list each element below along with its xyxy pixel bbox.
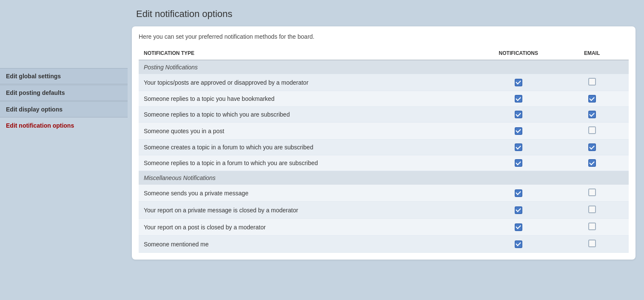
checkbox-email-approved-disapproved[interactable] xyxy=(588,78,596,86)
checkbox-notifications-mentioned[interactable] xyxy=(515,240,522,248)
checkbox-email-quoted[interactable] xyxy=(588,126,596,134)
col-email-quoted xyxy=(555,123,629,140)
row-label-bookmarked-reply: Someone replies to a topic you have book… xyxy=(139,91,482,107)
page-description: Here you can set your preferred notifica… xyxy=(139,33,629,40)
table-row: Someone mentioned me xyxy=(139,236,629,253)
row-label-approved-disapproved: Your topics/posts are approved or disapp… xyxy=(139,74,482,91)
sidebar: Edit global settings Edit posting defaul… xyxy=(0,0,128,300)
table-row: Your report on a private message is clos… xyxy=(139,202,629,219)
checkbox-email-subscribed-forum-new-topic[interactable] xyxy=(588,143,596,151)
col-email-bookmarked-reply xyxy=(555,91,629,107)
col-email-approved-disapproved xyxy=(555,74,629,91)
checkbox-notifications-subscribed-forum-reply[interactable] xyxy=(515,159,522,167)
table-row: Someone sends you a private message xyxy=(139,185,629,202)
checkbox-email-subscribed-forum-reply[interactable] xyxy=(588,159,596,167)
checkbox-notifications-approved-disapproved[interactable] xyxy=(515,79,522,86)
row-label-subscribed-topic-reply: Someone replies to a topic to which you … xyxy=(139,107,482,123)
section-header-miscellaneous-notifications: Miscellaneous Notifications xyxy=(139,171,629,185)
checkbox-email-bookmarked-reply[interactable] xyxy=(588,95,596,103)
checkbox-email-subscribed-topic-reply[interactable] xyxy=(588,111,596,118)
section-header-posting-notifications: Posting Notifications xyxy=(139,60,629,74)
table-row: Your report on a post is closed by a mod… xyxy=(139,219,629,236)
col-email-subscribed-forum-reply xyxy=(555,155,629,171)
checkbox-notifications-subscribed-topic-reply[interactable] xyxy=(515,111,522,118)
col-email-subscribed-forum-new-topic xyxy=(555,140,629,155)
col-email-post-report-closed xyxy=(555,219,629,236)
table-row: Someone replies to a topic you have book… xyxy=(139,91,629,107)
checkbox-email-pm-report-closed[interactable] xyxy=(588,206,596,213)
checkbox-notifications-pm-report-closed[interactable] xyxy=(515,206,522,214)
row-label-mentioned: Someone mentioned me xyxy=(139,236,482,253)
col-notif-post-report-closed xyxy=(482,219,555,236)
section-label-posting-notifications: Posting Notifications xyxy=(139,60,629,74)
row-label-quoted: Someone quotes you in a post xyxy=(139,123,482,140)
col-header-notifications: NOTIFICATIONS xyxy=(482,47,555,60)
page-title: Edit notification options xyxy=(132,9,635,20)
col-notif-subscribed-forum-new-topic xyxy=(482,140,555,155)
col-email-private-message xyxy=(555,185,629,202)
notification-table: NOTIFICATION TYPE NOTIFICATIONS EMAIL Po… xyxy=(139,47,629,253)
col-notif-subscribed-forum-reply xyxy=(482,155,555,171)
sidebar-item-edit-global-settings[interactable]: Edit global settings xyxy=(0,68,128,84)
checkbox-notifications-quoted[interactable] xyxy=(515,127,522,135)
table-row: Someone replies to a topic in a forum to… xyxy=(139,155,629,171)
table-row: Someone replies to a topic to which you … xyxy=(139,107,629,123)
col-email-pm-report-closed xyxy=(555,202,629,219)
col-email-subscribed-topic-reply xyxy=(555,107,629,123)
row-label-subscribed-forum-reply: Someone replies to a topic in a forum to… xyxy=(139,155,482,171)
checkbox-email-private-message[interactable] xyxy=(588,189,596,196)
col-notif-bookmarked-reply xyxy=(482,91,555,107)
sidebar-item-edit-posting-defaults[interactable]: Edit posting defaults xyxy=(0,85,128,101)
sidebar-item-edit-notification-options[interactable]: Edit notification options xyxy=(0,118,128,133)
content-box: Here you can set your preferred notifica… xyxy=(132,26,635,260)
checkbox-notifications-private-message[interactable] xyxy=(515,189,522,197)
col-notif-pm-report-closed xyxy=(482,202,555,219)
col-notif-private-message xyxy=(482,185,555,202)
col-header-email: EMAIL xyxy=(555,47,629,60)
col-notif-subscribed-topic-reply xyxy=(482,107,555,123)
col-email-mentioned xyxy=(555,236,629,253)
checkbox-email-mentioned[interactable] xyxy=(588,240,596,247)
row-label-post-report-closed: Your report on a post is closed by a mod… xyxy=(139,219,482,236)
sidebar-item-edit-display-options[interactable]: Edit display options xyxy=(0,101,128,117)
table-row: Someone quotes you in a post xyxy=(139,123,629,140)
checkbox-notifications-post-report-closed[interactable] xyxy=(515,223,522,231)
section-label-miscellaneous-notifications: Miscellaneous Notifications xyxy=(139,171,629,185)
col-header-type: NOTIFICATION TYPE xyxy=(139,47,482,60)
table-row: Your topics/posts are approved or disapp… xyxy=(139,74,629,91)
col-notif-quoted xyxy=(482,123,555,140)
main-content: Edit notification options Here you can s… xyxy=(128,0,644,300)
checkbox-email-post-report-closed[interactable] xyxy=(588,223,596,230)
col-notif-approved-disapproved xyxy=(482,74,555,91)
table-row: Someone creates a topic in a forum to wh… xyxy=(139,140,629,155)
row-label-private-message: Someone sends you a private message xyxy=(139,185,482,202)
checkbox-notifications-bookmarked-reply[interactable] xyxy=(515,95,522,103)
checkbox-notifications-subscribed-forum-new-topic[interactable] xyxy=(515,143,522,151)
row-label-pm-report-closed: Your report on a private message is clos… xyxy=(139,202,482,219)
col-notif-mentioned xyxy=(482,236,555,253)
row-label-subscribed-forum-new-topic: Someone creates a topic in a forum to wh… xyxy=(139,140,482,155)
